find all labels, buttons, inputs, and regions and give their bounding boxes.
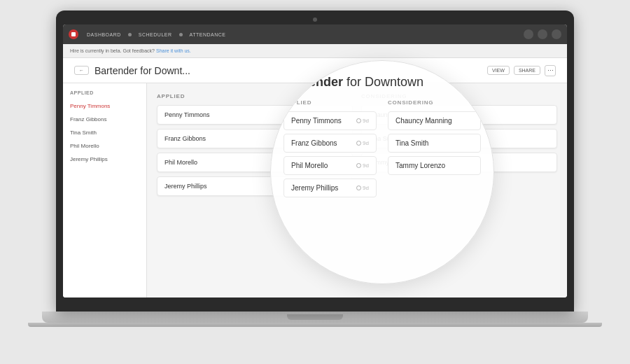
nav-dot-2 (179, 33, 183, 36)
circle-tammy-name: Tammy Lorenzo (396, 162, 445, 169)
sidebar-item-penny[interactable]: Penny Timmons (63, 99, 146, 113)
beta-link[interactable]: Share it with us. (156, 48, 191, 53)
circle-card-tina-c[interactable]: Tina Smith (388, 134, 481, 153)
circle-card-franz[interactable]: Franz Gibbons 9d (284, 134, 377, 153)
card-franz-name: Franz Gibbons (164, 135, 206, 142)
nav-profile-icon[interactable] (552, 29, 561, 39)
laptop-notch (287, 314, 343, 320)
circle-penny-meta: 9d (356, 118, 369, 124)
circle-considering-header: CONSIDERING (388, 99, 481, 106)
laptop-screen-outer: DASHBOARD SCHEDULER ATTENDANCE Hire is c… (56, 10, 574, 312)
circle-clock-4 (356, 186, 361, 190)
sidebar-item-phil[interactable]: Phil Morello (63, 139, 146, 153)
circle-card-phil[interactable]: Phil Morello 9d (284, 156, 377, 175)
circle-clock-3 (356, 163, 361, 168)
nav-dashboard[interactable]: DASHBOARD (87, 32, 121, 37)
sidebar: APPLIED Penny Timmons Franz Gibbons Tina… (63, 83, 147, 298)
circle-clock-2 (356, 141, 361, 146)
beta-bar: Hire is currently in beta. Got feedback?… (63, 44, 567, 58)
circle-card-jeremy[interactable]: Jeremy Phillips 9d (284, 178, 377, 197)
sidebar-item-jeremy[interactable]: Jeremy Phillips (63, 153, 146, 166)
card-jeremy-name: Jeremy Phillips (164, 183, 207, 190)
circle-phil-meta: 9d (356, 162, 369, 169)
page-actions: VIEW SHARE ⋯ (487, 65, 556, 76)
circle-chauncy-name: Chauncy Manning (396, 117, 452, 125)
card-phil-name: Phil Morello (164, 159, 197, 166)
circle-jeremy-name: Jeremy Phillips (291, 184, 338, 192)
circle-tina-c-name: Tina Smith (396, 139, 428, 147)
sidebar-item-franz[interactable]: Franz Gibbons (63, 113, 146, 126)
page-title-mini: Bartender for Downt... (94, 65, 190, 76)
circle-phil-name: Phil Morello (291, 162, 328, 169)
laptop-camera (313, 18, 317, 22)
sidebar-header: APPLIED (63, 90, 146, 99)
circle-considering-cards: Chauncy Manning Tina Smith Tammy Lorenzo (388, 111, 481, 175)
laptop-bottom-bar (28, 323, 602, 327)
nav-messages-icon[interactable] (524, 29, 533, 39)
nav-attendance[interactable]: ATTENDANCE (190, 32, 226, 37)
nav-right (524, 29, 561, 39)
zoom-circle-overlay: Bartender for Downtown APPLIED Penny Tim… (270, 60, 494, 284)
circle-card-penny[interactable]: Penny Timmons 9d (284, 111, 377, 130)
back-button[interactable]: ← (74, 66, 89, 75)
beta-text: Hire is currently in beta. Got feedback? (70, 48, 155, 53)
nav-settings-icon[interactable] (538, 29, 547, 39)
circle-franz-meta: 9d (356, 140, 369, 146)
circle-applied-header: APPLIED (284, 99, 377, 106)
circle-card-chauncy[interactable]: Chauncy Manning (388, 111, 481, 130)
nav-dot-1 (128, 33, 132, 36)
nav-items: DASHBOARD SCHEDULER ATTENDANCE (87, 32, 225, 37)
circle-franz-name: Franz Gibbons (291, 139, 337, 147)
nav-logo (69, 29, 78, 39)
laptop-wrapper: DASHBOARD SCHEDULER ATTENDANCE Hire is c… (28, 10, 602, 354)
circle-card-tammy[interactable]: Tammy Lorenzo (388, 156, 481, 175)
nav-scheduler[interactable]: SCHEDULER (139, 32, 172, 37)
sidebar-item-tina[interactable]: Tina Smith (63, 126, 146, 139)
card-penny-name: Penny Timmons (164, 111, 210, 118)
circle-penny-name: Penny Timmons (291, 117, 342, 125)
more-button[interactable]: ⋯ (545, 65, 556, 76)
page-header: ← Bartender for Downt... VIEW SHARE ⋯ (63, 58, 567, 83)
nav-bar: DASHBOARD SCHEDULER ATTENDANCE (63, 24, 567, 44)
laptop-base (42, 312, 588, 323)
share-button[interactable]: SHARE (514, 66, 540, 75)
circle-jeremy-meta: 9d (356, 185, 369, 191)
circle-applied-cards: Penny Timmons 9d Franz Gibbons (284, 111, 377, 197)
laptop-screen: DASHBOARD SCHEDULER ATTENDANCE Hire is c… (63, 24, 567, 298)
circle-clock-1 (356, 118, 361, 123)
circle-considering-col: CONSIDERING Chauncy Manning Tina Smith T… (388, 99, 481, 197)
circle-applied-col: APPLIED Penny Timmons 9d (284, 99, 377, 197)
circle-columns: APPLIED Penny Timmons 9d (284, 99, 481, 197)
view-button[interactable]: VIEW (487, 66, 510, 75)
